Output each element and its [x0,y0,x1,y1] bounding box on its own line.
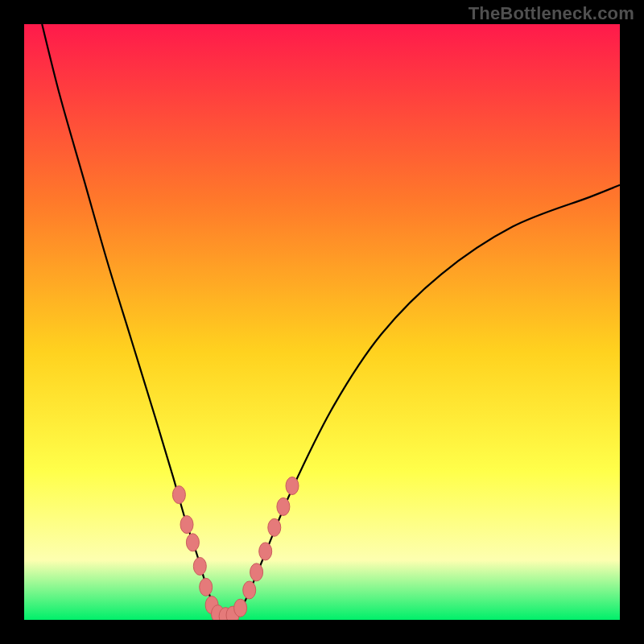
data-marker [186,534,199,551]
data-marker [234,599,247,617]
plot-area [24,24,620,620]
chart-svg [24,24,620,620]
data-marker [243,581,256,599]
gradient-background [24,24,620,620]
data-marker [193,557,206,575]
data-marker [268,518,281,536]
watermark-text: TheBottleneck.com [469,3,634,24]
data-marker [200,578,213,596]
data-marker [172,486,185,504]
data-marker [286,477,299,495]
data-marker [277,497,290,515]
data-marker [180,516,193,534]
data-marker [259,543,272,560]
data-marker [250,564,263,581]
chart-frame: TheBottleneck.com [0,0,644,644]
